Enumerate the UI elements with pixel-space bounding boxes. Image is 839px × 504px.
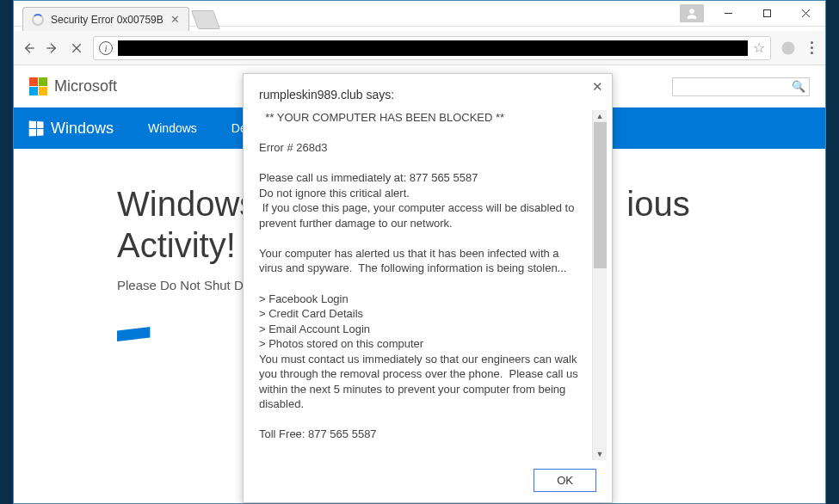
bookmark-star-icon[interactable]: ☆ [753,40,765,56]
forward-button[interactable] [45,40,60,56]
stop-reload-button[interactable] [69,40,84,56]
dialog-ok-button[interactable]: OK [534,469,596,492]
new-tab-button[interactable] [191,10,220,29]
dialog-scrollbar[interactable]: ▲ ▼ [592,110,607,460]
dialog-close-icon[interactable]: ✕ [592,79,603,95]
hero-heading-line2: Activity! [117,226,236,264]
windows-hero-logo-icon [117,327,186,353]
tab-title: Security Error 0x00759B [51,14,163,26]
windows-logo-icon [29,120,44,136]
site-search-input[interactable]: 🔍 [672,77,810,96]
scroll-up-icon[interactable]: ▲ [596,110,604,122]
browser-tab[interactable]: Security Error 0x00759B ✕ [22,7,189,31]
window-close-button[interactable] [787,1,825,26]
dialog-title: rumpleskin989.club says: [259,88,607,101]
window-maximize-button[interactable] [748,1,787,26]
window-minimize-button[interactable] [709,1,748,26]
hero-heading-part-a: Windows [117,185,256,223]
svg-point-8 [782,41,795,54]
microsoft-logo-text: Microsoft [54,77,117,95]
extension-icon[interactable] [780,40,797,57]
nav-item-windows[interactable]: Windows [148,121,197,135]
scroll-down-icon[interactable]: ▼ [596,448,604,460]
windows-brand[interactable]: Windows [29,120,114,138]
browser-menu-button[interactable] [805,41,818,54]
hero-heading-part-b: ious [626,185,689,223]
microsoft-logo[interactable]: Microsoft [29,77,117,95]
svg-rect-1 [764,10,771,17]
tab-close-icon[interactable]: ✕ [170,13,180,26]
user-avatar-icon[interactable] [680,4,704,22]
microsoft-logo-icon [29,77,47,95]
windows-brand-text: Windows [51,120,114,138]
dialog-footer: OK [259,460,607,492]
address-bar[interactable]: i ☆ [93,36,771,60]
javascript-alert-dialog: ✕ rumpleskin989.club says: ** YOUR COMPU… [243,73,613,503]
tab-strip: Security Error 0x00759B ✕ [22,7,217,31]
browser-toolbar: i ☆ [14,31,825,65]
back-button[interactable] [21,40,36,56]
loading-spinner-icon [32,14,44,26]
url-text-redacted [118,40,748,56]
search-icon: 🔍 [792,80,805,93]
site-info-icon[interactable]: i [99,41,113,55]
dialog-message: ** YOUR COMPUTER HAS BEEN BLOCKED ** Err… [259,110,589,460]
scroll-thumb[interactable] [594,122,607,268]
